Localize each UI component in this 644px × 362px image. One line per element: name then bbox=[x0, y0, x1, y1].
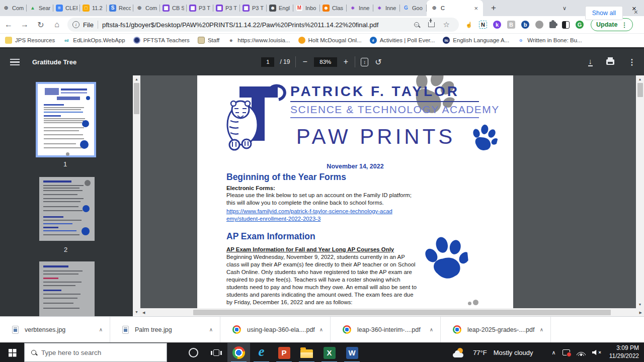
info-icon[interactable]: i bbox=[72, 21, 79, 28]
using-leap-360-ela....pdf[interactable]: using-leap-360-ela....pdf ∧ bbox=[220, 317, 331, 342]
bookmark-item[interactable]: ed EdLinkOps.WebApp bbox=[63, 37, 125, 44]
scroll-down-icon[interactable]: ▼ bbox=[135, 308, 138, 316]
powerpoint-taskbar-icon[interactable]: P bbox=[273, 343, 295, 362]
weather-icon[interactable] bbox=[453, 348, 466, 357]
family-id-link[interactable]: https://www.familyid.com/patrick-f-taylo… bbox=[226, 208, 392, 223]
bookmark-item[interactable]: ⊕ https://www.louisia... bbox=[227, 37, 290, 44]
page-thumbnail-2[interactable] bbox=[39, 177, 95, 241]
verbtenses.jpg[interactable]: verbtenses.jpg ∧ bbox=[0, 317, 110, 342]
leap-360-interim-....pdf[interactable]: leap-360-interim-....pdf ∧ bbox=[331, 317, 441, 342]
bookmark-item[interactable]: ıl Activities | Poll Ever... bbox=[370, 37, 435, 44]
active-tab[interactable]: ⊕ C × bbox=[427, 0, 483, 16]
browser-tab[interactable]: ▦ P3 T bbox=[213, 0, 240, 16]
page-number-input[interactable]: 1 bbox=[261, 57, 274, 67]
weather-condition[interactable]: Mostly cloudy bbox=[494, 349, 533, 356]
notion-extension-icon[interactable]: N bbox=[479, 21, 487, 29]
scroll-up-icon[interactable]: ▲ bbox=[638, 75, 642, 83]
browser-tab[interactable]: ∗ Inne bbox=[347, 0, 373, 16]
rotate-icon[interactable]: ↺ bbox=[374, 57, 382, 67]
profile-avatar[interactable]: G bbox=[576, 21, 584, 29]
reload-button[interactable]: ↻ bbox=[33, 17, 48, 32]
browser-tab[interactable]: S Reco bbox=[107, 0, 133, 16]
download-icon[interactable]: ↓ bbox=[588, 57, 593, 66]
bookmark-item[interactable]: Holt McDougal Onl... bbox=[298, 37, 362, 44]
bookmark-item[interactable]: Staff bbox=[198, 37, 219, 44]
browser-tab[interactable]: ▦ CB S bbox=[160, 0, 187, 16]
page-thumbnail-3[interactable] bbox=[39, 261, 95, 316]
browser-tab[interactable]: G Goo bbox=[400, 0, 427, 16]
browser-tab[interactable]: ∗ Inne bbox=[373, 0, 400, 16]
bookmark-item[interactable]: PFTSTA Teachers bbox=[133, 37, 190, 44]
browser-tab[interactable]: ▦ P3 T bbox=[187, 0, 213, 16]
forward-button[interactable]: → bbox=[17, 17, 32, 32]
pdf-scrollbar-vertical[interactable]: ▲ ▼ bbox=[636, 75, 644, 308]
new-tab-button[interactable]: + bbox=[488, 3, 499, 13]
chevron-up-icon[interactable]: ∧ bbox=[319, 327, 323, 332]
page-thumbnail-1[interactable] bbox=[36, 82, 96, 157]
leap-2025-grades-....pdf[interactable]: leap-2025-grades-....pdf ∧ bbox=[441, 317, 551, 342]
chevron-up-icon[interactable]: ∧ bbox=[209, 327, 213, 332]
reader-mode-icon[interactable] bbox=[562, 21, 570, 29]
thumbs-up-extension-icon[interactable]: ☝ bbox=[465, 21, 473, 29]
home-button[interactable]: ⌂ bbox=[49, 17, 64, 32]
scroll-left-icon[interactable]: ◀ bbox=[140, 311, 147, 314]
task-view-button[interactable] bbox=[205, 343, 227, 362]
weather-temperature[interactable]: 77°F bbox=[473, 349, 487, 356]
browser-tab[interactable]: ⊕ Com bbox=[133, 0, 160, 16]
wifi-icon[interactable] bbox=[577, 349, 586, 356]
browser-tab[interactable]: ≡ CLEP bbox=[53, 0, 80, 16]
browser-tab[interactable]: ▲ Sear bbox=[27, 0, 53, 16]
zoom-level[interactable]: 83% bbox=[314, 57, 337, 67]
puzzle-extensions-icon[interactable] bbox=[549, 22, 556, 28]
browser-tab[interactable]: ☻ Engl bbox=[267, 0, 293, 16]
sidebar-scrollbar-thumb[interactable] bbox=[134, 83, 139, 114]
bookmark-item[interactable]: ilc English Language A... bbox=[443, 37, 509, 44]
word-taskbar-icon[interactable]: W bbox=[341, 343, 363, 362]
Palm tree.jpg[interactable]: Palm tree.jpg ∧ bbox=[110, 317, 220, 342]
zoom-magnifier-icon[interactable]: – bbox=[414, 22, 419, 27]
back-button[interactable]: ← bbox=[1, 17, 16, 32]
pdf-more-menu-icon[interactable]: ⋮ bbox=[628, 57, 636, 67]
tab-search-chevron-icon[interactable]: ∨ bbox=[557, 0, 572, 16]
tab-close-icon[interactable]: × bbox=[473, 5, 479, 12]
address-bar[interactable]: i File pftsta-fs1/gboyer$/Desktop/PAW%20… bbox=[67, 18, 459, 32]
pdf-scrollbar-horizontal[interactable]: ◀ ▶ bbox=[140, 308, 644, 316]
sidebar-scrollbar[interactable]: ▲ ▼ bbox=[133, 75, 140, 316]
scroll-up-icon[interactable]: ▲ bbox=[135, 75, 138, 83]
taskbar-search-box[interactable]: Type here to search bbox=[24, 343, 167, 362]
volume-muted-icon[interactable]: × bbox=[592, 350, 601, 355]
chrome-taskbar-icon[interactable] bbox=[227, 343, 250, 362]
browser-tab[interactable]: M Inbo bbox=[293, 0, 320, 16]
close-downloads-bar-icon[interactable]: × bbox=[634, 8, 638, 16]
pdf-scrollbar-thumb[interactable] bbox=[637, 83, 643, 97]
pdf-scrollbar-horizontal-thumb[interactable] bbox=[193, 310, 611, 315]
chevron-up-icon[interactable]: ∧ bbox=[99, 327, 103, 332]
show-all-downloads-button[interactable]: Show all bbox=[585, 6, 623, 20]
browser-tab[interactable]: ▦ P3 T bbox=[240, 0, 267, 16]
file-explorer-taskbar-icon[interactable] bbox=[295, 343, 318, 362]
excel-taskbar-icon[interactable]: X bbox=[318, 343, 341, 362]
hidden-icons-chevron[interactable]: ∧ bbox=[552, 349, 556, 356]
kami-extension-icon[interactable]: k bbox=[493, 21, 501, 29]
start-button[interactable] bbox=[0, 343, 24, 362]
chevron-up-icon[interactable]: ∧ bbox=[540, 327, 543, 332]
bookmark-star-icon[interactable]: ☆ bbox=[443, 20, 450, 29]
browser-tab[interactable]: ⊕ Com bbox=[0, 0, 27, 16]
gray-b-extension-icon[interactable]: B bbox=[507, 21, 515, 29]
scroll-right-icon[interactable]: ▶ bbox=[637, 311, 644, 314]
taskbar-clock[interactable]: 3:09 PM 11/29/2022 bbox=[608, 344, 639, 360]
browser-menu-icon[interactable]: ⋮ bbox=[621, 21, 627, 29]
internet-explorer-taskbar-icon[interactable]: e bbox=[250, 343, 273, 362]
zoom-in-button[interactable]: + bbox=[343, 57, 349, 66]
browser-tab[interactable]: ☻ Clas bbox=[320, 0, 347, 16]
balloon-extension-icon[interactable] bbox=[535, 21, 543, 29]
bookmark-item[interactable]: JPS Resources bbox=[5, 37, 55, 44]
bookmark-item[interactable]: G Written in Bone: Bu... bbox=[517, 37, 582, 44]
fit-to-page-icon[interactable]: ↕ bbox=[361, 58, 368, 66]
blue-b-extension-icon[interactable]: b bbox=[521, 21, 529, 29]
share-icon[interactable] bbox=[428, 22, 435, 27]
print-icon[interactable] bbox=[606, 59, 614, 65]
notification-icon[interactable] bbox=[562, 349, 570, 355]
cortana-button[interactable] bbox=[182, 343, 205, 362]
browser-tab[interactable]: □ 11.2 bbox=[80, 0, 107, 16]
